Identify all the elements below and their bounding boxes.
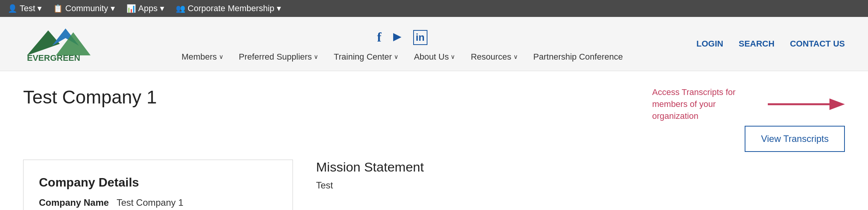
main-content: Test Company 1 Access Transcripts for me… xyxy=(0,71,868,210)
header-right: LOGIN SEARCH CONTACT US xyxy=(696,39,845,49)
logo-area: EVERGREEN SUPPLY NETWORK xyxy=(23,25,108,63)
admin-bar-corporate-membership[interactable]: 👥 Corporate Membership ▾ xyxy=(176,3,281,13)
main-nav: Members ∨ Preferred Suppliers ∨ Training… xyxy=(182,52,623,62)
svg-marker-7 xyxy=(829,98,845,110)
admin-bar-apps-label: Apps xyxy=(138,3,158,13)
social-icons: f ▶ in xyxy=(377,30,427,45)
nav-preferred-suppliers-label: Preferred Suppliers xyxy=(239,52,312,62)
admin-bar-corporate-membership-label: Corporate Membership xyxy=(188,3,274,13)
company-name-label: Company Name xyxy=(39,197,109,208)
admin-bar-test[interactable]: 👤 Test ▾ xyxy=(8,3,42,13)
nav-preferred-suppliers[interactable]: Preferred Suppliers ∨ xyxy=(239,52,319,62)
page-header-row: Test Company 1 Access Transcripts for me… xyxy=(23,87,845,152)
annotation-text: Access Transcripts for members of your o… xyxy=(652,87,760,122)
nav-training-center-label: Training Center xyxy=(334,52,392,62)
company-name-value: Test Company 1 xyxy=(116,197,183,208)
linkedin-icon[interactable]: in xyxy=(413,30,427,45)
company-details-card: Company Details Company Name Test Compan… xyxy=(23,160,293,210)
top-links: LOGIN SEARCH CONTACT US xyxy=(696,39,845,49)
admin-bar-community-label: Community xyxy=(65,3,108,13)
nav-resources-label: Resources xyxy=(471,52,511,62)
admin-bar-community[interactable]: 📋 Community ▾ xyxy=(53,3,114,13)
mission-text: Test xyxy=(316,180,845,191)
view-transcripts-button[interactable]: View Transcripts xyxy=(745,126,845,152)
test-icon: 👤 xyxy=(8,4,17,13)
nav-about-us[interactable]: About Us ∨ xyxy=(414,52,456,62)
page-title: Test Company 1 xyxy=(23,87,157,108)
nav-about-us-label: About Us xyxy=(414,52,449,62)
admin-bar-test-label: Test xyxy=(20,3,35,13)
content-row: Company Details Company Name Test Compan… xyxy=(23,160,845,210)
logo-svg: EVERGREEN SUPPLY NETWORK xyxy=(23,25,108,63)
corporate-membership-icon: 👥 xyxy=(176,4,185,13)
svg-text:EVERGREEN: EVERGREEN xyxy=(27,53,80,63)
preferred-suppliers-chevron-icon: ∨ xyxy=(314,53,318,60)
test-chevron-icon: ▾ xyxy=(37,3,42,13)
nav-resources[interactable]: Resources ∨ xyxy=(471,52,518,62)
contact-us-link[interactable]: CONTACT US xyxy=(790,39,845,49)
nav-partnership-conference[interactable]: Partnership Conference xyxy=(533,52,623,62)
members-chevron-icon: ∨ xyxy=(219,53,224,60)
company-name-row: Company Name Test Company 1 xyxy=(39,197,277,208)
resources-chevron-icon: ∨ xyxy=(513,53,518,60)
company-details-title: Company Details xyxy=(39,175,277,190)
community-icon: 📋 xyxy=(53,4,63,13)
admin-bar: 👤 Test ▾ 📋 Community ▾ 📊 Apps ▾ 👥 Corpor… xyxy=(0,0,868,17)
search-link[interactable]: SEARCH xyxy=(738,39,774,49)
apps-icon: 📊 xyxy=(126,4,136,13)
community-chevron-icon: ▾ xyxy=(111,3,115,13)
youtube-icon[interactable]: ▶ xyxy=(393,30,402,45)
arrow-icon xyxy=(768,95,845,114)
about-us-chevron-icon: ∨ xyxy=(451,53,455,60)
view-transcripts-area: Access Transcripts for members of your o… xyxy=(652,87,845,152)
header: EVERGREEN SUPPLY NETWORK f ▶ in Members … xyxy=(0,17,868,71)
corporate-membership-chevron-icon: ▾ xyxy=(277,3,281,13)
facebook-icon[interactable]: f xyxy=(377,30,381,45)
login-link[interactable]: LOGIN xyxy=(696,39,723,49)
mission-section: Mission Statement Test xyxy=(316,160,845,210)
nav-members[interactable]: Members ∨ xyxy=(182,52,224,62)
mission-title: Mission Statement xyxy=(316,160,845,175)
admin-bar-apps[interactable]: 📊 Apps ▾ xyxy=(126,3,164,13)
svg-text:SUPPLY NETWORK: SUPPLY NETWORK xyxy=(35,62,92,63)
nav-members-label: Members xyxy=(182,52,217,62)
training-center-chevron-icon: ∨ xyxy=(394,53,399,60)
nav-partnership-conference-label: Partnership Conference xyxy=(533,52,623,62)
apps-chevron-icon: ▾ xyxy=(160,3,164,13)
nav-training-center[interactable]: Training Center ∨ xyxy=(334,52,399,62)
